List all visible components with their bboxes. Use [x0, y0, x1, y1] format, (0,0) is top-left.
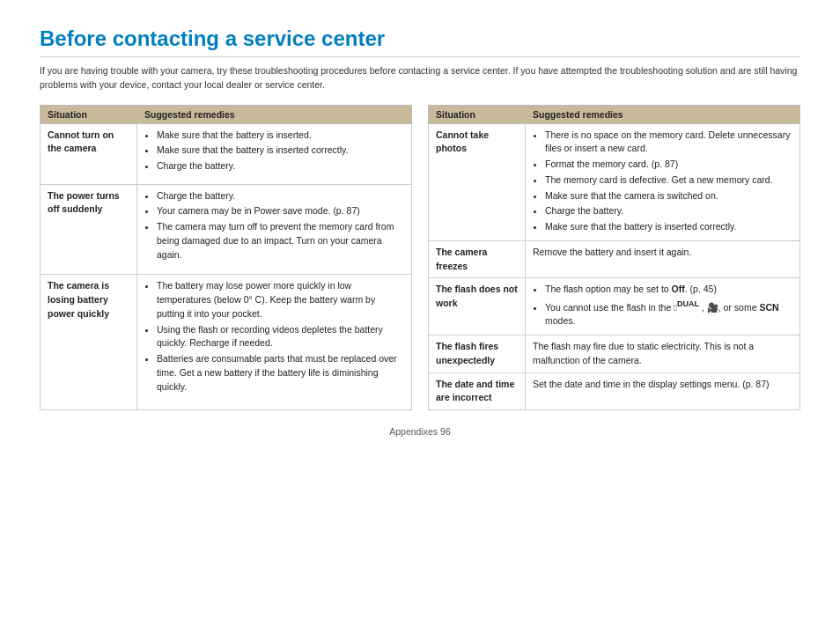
list-item: Charge the battery.	[545, 204, 792, 218]
list-item: Your camera may be in Power save mode. (…	[157, 204, 404, 218]
bold-text: SCN	[759, 302, 778, 313]
right-table-remedy-header: Suggested remedies	[526, 105, 800, 123]
table-row: The power turns off suddenly Charge the …	[41, 184, 412, 275]
list-item: Charge the battery.	[157, 189, 404, 203]
right-table: Situation Suggested remedies Cannot take…	[428, 105, 800, 411]
left-table-situation-header: Situation	[41, 105, 137, 123]
dual-icon: DUAL	[677, 299, 699, 308]
tables-container: Situation Suggested remedies Cannot turn…	[40, 105, 800, 411]
list-item: Make sure that the camera is switched on…	[545, 189, 792, 203]
list-item: Batteries are consumable parts that must…	[157, 352, 404, 394]
right-table-situation-header: Situation	[429, 105, 526, 123]
remedy-cell: Charge the battery. Your camera may be i…	[137, 184, 412, 275]
page-title: Before contacting a service center	[40, 26, 800, 57]
list-item: The memory card is defective. Get a new …	[545, 173, 792, 188]
table-row: The camera freezes Remove the battery an…	[429, 240, 800, 278]
left-table: Situation Suggested remedies Cannot turn…	[40, 105, 412, 411]
table-row: The camera is losing battery power quick…	[41, 275, 412, 410]
table-row: The date and time are incorrect Set the …	[429, 372, 800, 410]
remedy-cell: Remove the battery and insert it again.	[526, 240, 800, 278]
page-container: Before contacting a service center If yo…	[0, 0, 840, 454]
situation-label: The date and time are incorrect	[429, 372, 526, 410]
remedy-cell: The flash option may be set to Off. (p. …	[526, 278, 800, 335]
remedy-cell: The flash may fire due to static electri…	[526, 335, 800, 373]
list-item: Using the flash or recording videos depl…	[157, 323, 404, 351]
list-item: The flash option may be set to Off. (p. …	[545, 283, 792, 297]
left-table-remedy-header: Suggested remedies	[137, 105, 412, 123]
intro-text: If you are having trouble with your came…	[40, 64, 800, 92]
list-item: Make sure that the battery is inserted c…	[545, 220, 792, 234]
remedy-cell: Make sure that the battery is inserted. …	[137, 123, 412, 184]
list-item: Make sure that the battery is inserted c…	[157, 144, 404, 158]
table-row: Cannot turn on the camera Make sure that…	[41, 123, 412, 184]
list-item: You cannot use the flash in the DUAL , …	[545, 299, 792, 328]
list-item: Make sure that the battery is inserted.	[157, 129, 404, 143]
remedy-cell: There is no space on the memory card. De…	[526, 123, 800, 240]
table-row: Cannot take photos There is no space on …	[429, 123, 800, 240]
situation-label: The camera is losing battery power quick…	[41, 275, 137, 410]
situation-label: The flash does not work	[429, 278, 526, 335]
list-item: The battery may lose power more quickly …	[157, 279, 404, 321]
situation-label: Cannot turn on the camera	[41, 123, 137, 184]
remedy-cell: Set the date and time in the display set…	[526, 372, 800, 410]
footer: Appendixes 96	[40, 426, 800, 437]
situation-label: The power turns off suddenly	[41, 184, 137, 275]
list-item: The camera may turn off to prevent the m…	[157, 220, 404, 262]
remedy-cell: The battery may lose power more quickly …	[137, 275, 412, 410]
bold-text: Off	[672, 284, 685, 294]
list-item: There is no space on the memory card. De…	[545, 129, 792, 157]
table-row: The flash does not work The flash option…	[429, 278, 800, 335]
list-item: Charge the battery.	[157, 159, 404, 173]
list-item: Format the memory card. (p. 87)	[545, 158, 792, 172]
table-row: The flash fires unexpectedly The flash m…	[429, 335, 800, 373]
situation-label: The flash fires unexpectedly	[429, 335, 526, 373]
situation-label: Cannot take photos	[429, 123, 526, 240]
situation-label: The camera freezes	[429, 240, 526, 278]
